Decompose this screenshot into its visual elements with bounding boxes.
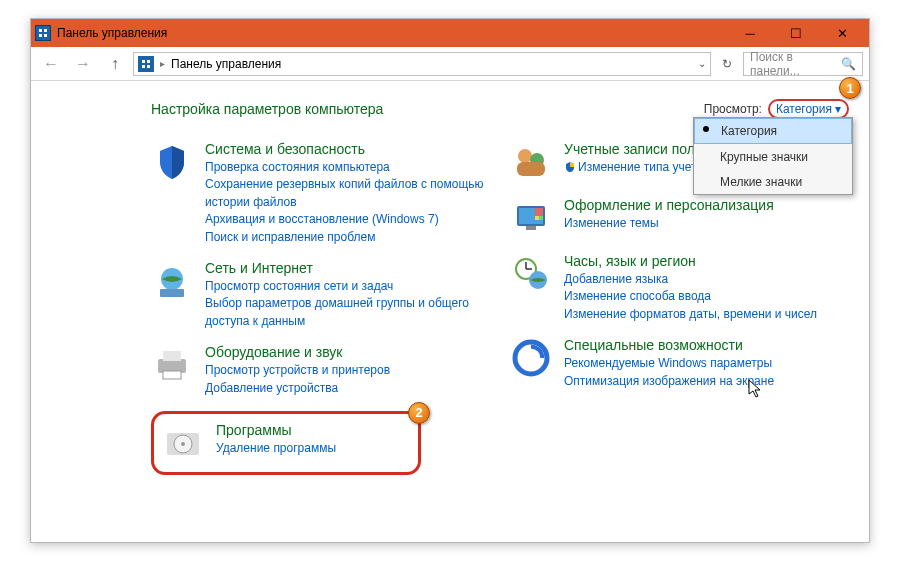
category-link[interactable]: Добавление языка bbox=[564, 271, 817, 288]
svg-rect-22 bbox=[535, 216, 539, 220]
search-placeholder: Поиск в панели... bbox=[750, 50, 841, 78]
content-area: Настройка параметров компьютера Просмотр… bbox=[31, 81, 869, 542]
monitor-icon bbox=[510, 197, 552, 239]
left-column: Система и безопасность Проверка состояни… bbox=[151, 141, 490, 475]
dropdown-item-small-icons[interactable]: Мелкие значки bbox=[694, 169, 852, 194]
breadcrumb-chevron-icon[interactable]: ⌄ bbox=[698, 58, 706, 69]
category-appearance: Оформление и персонализация Изменение те… bbox=[510, 197, 849, 239]
dropdown-item-category[interactable]: Категория bbox=[694, 118, 852, 144]
window-title: Панель управления bbox=[57, 26, 727, 40]
dropdown-item-large-icons[interactable]: Крупные значки bbox=[694, 144, 852, 169]
uac-shield-icon bbox=[564, 161, 576, 173]
forward-button[interactable]: → bbox=[69, 51, 97, 77]
titlebar: Панель управления ─ ☐ ✕ bbox=[31, 19, 869, 47]
back-button[interactable]: ← bbox=[37, 51, 65, 77]
users-icon bbox=[510, 141, 552, 183]
search-icon: 🔍 bbox=[841, 57, 856, 71]
ease-of-access-icon bbox=[510, 337, 552, 379]
svg-rect-7 bbox=[147, 65, 150, 68]
svg-rect-18 bbox=[517, 162, 545, 176]
view-by-label: Просмотр: bbox=[704, 102, 762, 116]
svg-rect-1 bbox=[44, 29, 47, 32]
view-by-value: Категория bbox=[776, 102, 832, 116]
category-link[interactable]: Просмотр состояния сети и задач bbox=[205, 278, 490, 295]
view-by: Просмотр: Категория ▾ 1 Категория Крупны… bbox=[704, 99, 849, 119]
svg-rect-3 bbox=[44, 34, 47, 37]
svg-rect-2 bbox=[39, 34, 42, 37]
page-title: Настройка параметров компьютера bbox=[151, 101, 383, 117]
chevron-down-icon: ▾ bbox=[835, 102, 841, 116]
control-panel-window: Панель управления ─ ☐ ✕ ← → ↑ ▸ Панель у… bbox=[30, 18, 870, 543]
control-panel-icon bbox=[35, 25, 51, 41]
annotation-1: 1 bbox=[839, 77, 861, 99]
category-ease-of-access: Специальные возможности Рекомендуемые Wi… bbox=[510, 337, 849, 390]
svg-rect-11 bbox=[163, 351, 181, 361]
svg-rect-9 bbox=[160, 289, 184, 297]
category-link[interactable]: Изменение форматов даты, времени и чисел bbox=[564, 306, 817, 323]
category-link[interactable]: Просмотр устройств и принтеров bbox=[205, 362, 390, 379]
svg-rect-5 bbox=[147, 60, 150, 63]
category-link[interactable]: Выбор параметров домашней группы и общег… bbox=[205, 295, 490, 330]
svg-rect-24 bbox=[526, 226, 536, 230]
category-hardware: Оборудование и звук Просмотр устройств и… bbox=[151, 344, 490, 397]
refresh-button[interactable]: ↻ bbox=[715, 52, 739, 76]
category-title[interactable]: Программы bbox=[216, 422, 336, 438]
category-link[interactable]: Удаление программы bbox=[216, 440, 336, 457]
category-link[interactable]: Изменение способа ввода bbox=[564, 288, 817, 305]
category-title[interactable]: Система и безопасность bbox=[205, 141, 490, 157]
minimize-button[interactable]: ─ bbox=[727, 19, 773, 47]
annotation-2: 2 bbox=[408, 402, 430, 424]
category-title[interactable]: Оборудование и звук bbox=[205, 344, 390, 360]
category-link[interactable]: Сохранение резервных копий файлов с помо… bbox=[205, 176, 490, 211]
control-panel-icon bbox=[138, 56, 154, 72]
svg-rect-12 bbox=[163, 371, 181, 379]
cursor-icon bbox=[748, 379, 764, 404]
svg-rect-23 bbox=[539, 216, 543, 220]
category-title[interactable]: Часы, язык и регион bbox=[564, 253, 817, 269]
breadcrumb-sep: ▸ bbox=[160, 58, 165, 69]
category-link[interactable]: Изменение темы bbox=[564, 215, 774, 232]
titlebar-buttons: ─ ☐ ✕ bbox=[727, 19, 865, 47]
category-link[interactable]: Архивация и восстановление (Windows 7) bbox=[205, 211, 490, 228]
search-input[interactable]: Поиск в панели... 🔍 bbox=[743, 52, 863, 76]
category-title[interactable]: Сеть и Интернет bbox=[205, 260, 490, 276]
category-title[interactable]: Оформление и персонализация bbox=[564, 197, 774, 213]
disc-icon bbox=[162, 422, 204, 464]
svg-rect-0 bbox=[39, 29, 42, 32]
maximize-button[interactable]: ☐ bbox=[773, 19, 819, 47]
view-dropdown-menu: Категория Крупные значки Мелкие значки bbox=[693, 117, 853, 195]
category-programs-highlight: 2 Программы Удаление программы bbox=[151, 411, 421, 475]
clock-globe-icon bbox=[510, 253, 552, 295]
category-title[interactable]: Специальные возможности bbox=[564, 337, 774, 353]
up-button[interactable]: ↑ bbox=[101, 51, 129, 77]
category-link[interactable]: Добавление устройства bbox=[205, 380, 390, 397]
category-clock-language: Часы, язык и регион Добавление языка Изм… bbox=[510, 253, 849, 323]
category-link[interactable]: Проверка состояния компьютера bbox=[205, 159, 490, 176]
globe-icon bbox=[151, 260, 193, 302]
navbar: ← → ↑ ▸ Панель управления ⌄ ↻ Поиск в па… bbox=[31, 47, 869, 81]
breadcrumb[interactable]: ▸ Панель управления ⌄ bbox=[133, 52, 711, 76]
close-button[interactable]: ✕ bbox=[819, 19, 865, 47]
shield-icon bbox=[151, 141, 193, 183]
category-network: Сеть и Интернет Просмотр состояния сети … bbox=[151, 260, 490, 330]
svg-point-16 bbox=[518, 149, 532, 163]
svg-rect-6 bbox=[142, 65, 145, 68]
printer-icon bbox=[151, 344, 193, 386]
svg-point-15 bbox=[181, 442, 185, 446]
category-link[interactable]: Рекомендуемые Windows параметры bbox=[564, 355, 774, 372]
svg-point-29 bbox=[515, 342, 547, 374]
view-by-dropdown[interactable]: Категория ▾ 1 bbox=[768, 99, 849, 119]
category-system-security: Система и безопасность Проверка состояни… bbox=[151, 141, 490, 246]
category-link[interactable]: Поиск и исправление проблем bbox=[205, 229, 490, 246]
bullet-icon bbox=[703, 126, 709, 132]
svg-rect-21 bbox=[535, 208, 543, 216]
header-row: Настройка параметров компьютера Просмотр… bbox=[151, 99, 849, 119]
category-link[interactable]: Оптимизация изображения на экране bbox=[564, 373, 774, 390]
breadcrumb-label: Панель управления bbox=[171, 57, 281, 71]
svg-rect-4 bbox=[142, 60, 145, 63]
